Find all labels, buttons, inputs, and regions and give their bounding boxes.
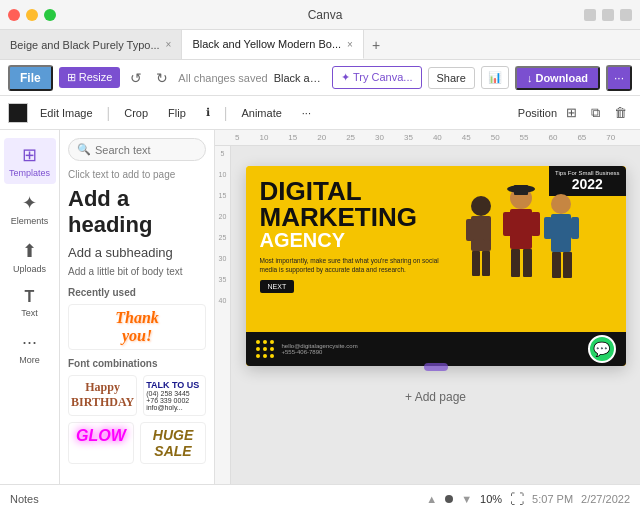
win-min-button[interactable] [584, 9, 596, 21]
info-button[interactable]: ℹ [198, 103, 218, 122]
glow-font[interactable]: GLOW [68, 422, 134, 464]
more-button[interactable]: ··· [606, 65, 632, 91]
resize-button[interactable]: ⊞ Resize [59, 67, 121, 88]
animate-button[interactable]: Animate [233, 104, 289, 122]
sidebar-icons: ⊞ Templates ✦ Elements ⬆ Uploads T Text … [0, 130, 60, 484]
svg-point-12 [551, 194, 571, 214]
try-canva-button[interactable]: ✦ Try Canva... [332, 66, 421, 89]
arrange-button[interactable]: ⊞ [561, 102, 582, 123]
next-button[interactable]: NEXT [260, 280, 295, 293]
color-picker[interactable] [8, 103, 28, 123]
tab-1[interactable]: Beige and Black Purely Typo... × [0, 30, 182, 59]
page-nav-up[interactable]: ▲ [426, 493, 437, 505]
flip-button[interactable]: Flip [160, 104, 194, 122]
sidebar-item-text[interactable]: T Text [4, 282, 56, 324]
chart-button[interactable]: 📊 [481, 66, 509, 89]
titlebar: Canva [0, 0, 640, 30]
page-nav-down[interactable]: ▼ [461, 493, 472, 505]
canvas-area: 5 10 15 20 25 30 35 40 45 50 55 60 65 70… [215, 130, 640, 484]
fullscreen-icon[interactable]: ⛶ [510, 491, 524, 507]
maximize-window-button[interactable] [44, 9, 56, 21]
win-close-button[interactable] [620, 9, 632, 21]
uploads-icon: ⬆ [22, 240, 37, 262]
toolbar: File ⊞ Resize ↺ ↻ All changes saved Blac… [0, 60, 640, 96]
recently-used-fonts: Thankyou! [68, 304, 206, 350]
svg-rect-13 [551, 214, 571, 252]
minimize-window-button[interactable] [26, 9, 38, 21]
sidebar-item-templates[interactable]: ⊞ Templates [4, 138, 56, 184]
more-sidebar-icon: ··· [22, 332, 37, 353]
add-page-label: + Add page [405, 390, 466, 404]
templates-icon: ⊞ [22, 144, 37, 166]
app-title: Canva [66, 8, 584, 22]
tabs-bar: Beige and Black Purely Typo... × Black a… [0, 30, 640, 60]
notes-label: Notes [10, 493, 39, 505]
document-title: Black and Yellow Modern Bold Professiona… [274, 72, 327, 84]
figures-svg [456, 176, 586, 321]
tab-2-label: Black and Yellow Modern Bo... [192, 38, 341, 50]
svg-rect-8 [503, 212, 512, 236]
tab-1-label: Beige and Black Purely Typo... [10, 39, 160, 51]
svg-rect-11 [523, 249, 532, 277]
undo-button[interactable]: ↺ [126, 68, 146, 88]
thank-you-font[interactable]: Thankyou! [68, 304, 206, 350]
design-card-inner: Tips For Small Business 2022 DIGITAL MAR… [246, 166, 626, 366]
bottom-bar: Notes ▲ ▼ 10% ⛶ 5:07 PM 2/27/2022 [0, 484, 640, 512]
svg-rect-17 [563, 252, 572, 278]
add-body-button[interactable]: Add a little bit of body text [68, 266, 206, 277]
tab-add-button[interactable]: + [364, 37, 388, 53]
title-line3: AGENCY [260, 230, 440, 250]
sidebar-item-uploads[interactable]: ⬆ Uploads [4, 234, 56, 280]
search-icon: 🔍 [77, 143, 91, 156]
ruler-horizontal: 5 10 15 20 25 30 35 40 45 50 55 60 65 70 [215, 130, 640, 146]
sidebar-item-elements[interactable]: ✦ Elements [4, 186, 56, 232]
edit-image-button[interactable]: Edit Image [32, 104, 101, 122]
svg-rect-3 [483, 219, 491, 241]
card-bottom-bar: hello@digitalagencysite.com +555-406-789… [246, 332, 626, 366]
contact-info: hello@digitalagencysite.com +555-406-789… [282, 343, 358, 355]
search-box[interactable]: 🔍 [68, 138, 206, 161]
redo-button[interactable]: ↻ [152, 68, 172, 88]
sidebar-item-more[interactable]: ··· More [4, 326, 56, 371]
add-heading-button[interactable]: Add a heading [68, 186, 206, 239]
huge-sale-font[interactable]: HUGESALE [140, 422, 206, 464]
add-subheading-button[interactable]: Add a subheading [68, 245, 206, 260]
close-window-button[interactable] [8, 9, 20, 21]
talk-to-us-font[interactable]: TALK TO US (04) 258 3445 +76 339 0002 in… [143, 375, 206, 416]
canvas-content[interactable]: Tips For Small Business 2022 DIGITAL MAR… [231, 146, 640, 484]
happy-birthday-font[interactable]: HappyBIRTHDAY [68, 375, 137, 416]
font-combinations-label: Font combinations [68, 358, 206, 369]
svg-rect-5 [482, 251, 490, 276]
recently-used-label: Recently used [68, 287, 206, 298]
tab-1-close[interactable]: × [166, 39, 172, 50]
delete-button[interactable]: 🗑 [609, 102, 632, 123]
title-line2: MARKETING [260, 204, 440, 230]
more-secondary-button[interactable]: ··· [294, 104, 319, 122]
card-description: Most importantly, make sure that what yo… [260, 256, 440, 274]
resize-handle-bottom[interactable] [424, 363, 448, 371]
file-button[interactable]: File [8, 65, 53, 91]
svg-rect-2 [466, 219, 474, 241]
search-input[interactable] [95, 144, 197, 156]
copy-button[interactable]: ⧉ [586, 102, 605, 124]
tab-2[interactable]: Black and Yellow Modern Bo... × [182, 30, 363, 59]
card-title: DIGITAL MARKETING AGENCY [260, 178, 440, 250]
svg-rect-16 [552, 252, 561, 278]
zoom-percentage: 10% [480, 493, 502, 505]
download-button[interactable]: ↓ Download [515, 66, 600, 90]
contact-phone: +555-406-7890 [282, 349, 358, 355]
design-card[interactable]: Tips For Small Business 2022 DIGITAL MAR… [246, 166, 626, 366]
svg-point-0 [471, 196, 491, 216]
share-button[interactable]: Share [428, 67, 475, 89]
svg-rect-7 [510, 209, 532, 249]
whatsapp-button[interactable]: 💬 [588, 335, 616, 363]
svg-rect-10 [511, 249, 520, 277]
win-max-button[interactable] [602, 9, 614, 21]
ruler-vertical: 5 10 15 20 25 30 35 40 [215, 146, 231, 484]
save-status: All changes saved [178, 72, 267, 84]
position-label: Position [518, 107, 557, 119]
add-page-button[interactable]: + Add page [393, 378, 478, 416]
crop-button[interactable]: Crop [116, 104, 156, 122]
tab-2-close[interactable]: × [347, 39, 353, 50]
click-hint: Click text to add to page [68, 169, 206, 180]
